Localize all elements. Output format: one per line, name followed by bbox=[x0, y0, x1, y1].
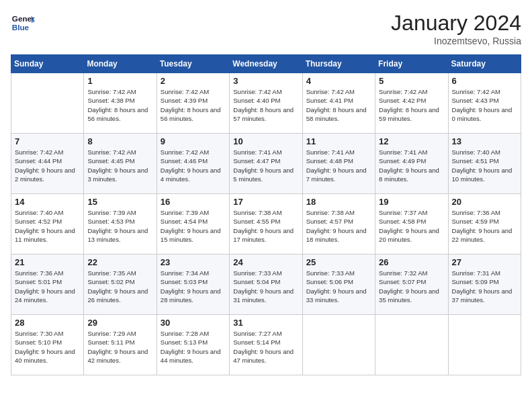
sunset-text: Sunset: 4:52 PM bbox=[15, 218, 62, 225]
day-number: 13 bbox=[452, 136, 517, 146]
sunset-text: Sunset: 4:53 PM bbox=[87, 218, 134, 225]
sunset-text: Sunset: 4:51 PM bbox=[452, 157, 499, 165]
day-cell: 13Sunrise: 7:40 AMSunset: 4:51 PMDayligh… bbox=[448, 134, 521, 194]
day-info: Sunrise: 7:35 AMSunset: 5:02 PMDaylight:… bbox=[87, 269, 152, 304]
day-cell bbox=[448, 315, 521, 375]
week-row-3: 14Sunrise: 7:40 AMSunset: 4:52 PMDayligh… bbox=[11, 194, 521, 255]
daylight-label: Daylight: 9 hours and 11 minutes. bbox=[15, 227, 75, 243]
day-cell: 24Sunrise: 7:33 AMSunset: 5:04 PMDayligh… bbox=[230, 255, 302, 315]
sunset-text: Sunset: 5:13 PM bbox=[161, 338, 208, 346]
month-title: January 2024 bbox=[391, 11, 521, 36]
day-number: 20 bbox=[452, 197, 517, 207]
sunrise-text: Sunrise: 7:42 AM bbox=[452, 88, 500, 95]
sunrise-text: Sunrise: 7:39 AM bbox=[161, 209, 209, 216]
day-number: 29 bbox=[87, 318, 152, 328]
weekday-header-sunday: Sunday bbox=[11, 55, 84, 73]
day-info: Sunrise: 7:42 AMSunset: 4:42 PMDaylight:… bbox=[379, 87, 444, 123]
weekday-header-monday: Monday bbox=[84, 55, 157, 73]
daylight-label: Daylight: 9 hours and 7 minutes. bbox=[306, 167, 367, 183]
day-info: Sunrise: 7:40 AMSunset: 4:52 PMDaylight:… bbox=[15, 208, 80, 244]
week-row-2: 7Sunrise: 7:42 AMSunset: 4:44 PMDaylight… bbox=[11, 134, 521, 194]
daylight-label: Daylight: 9 hours and 47 minutes. bbox=[233, 348, 294, 364]
day-info: Sunrise: 7:36 AMSunset: 4:59 PMDaylight:… bbox=[452, 208, 517, 244]
daylight-label: Daylight: 9 hours and 37 minutes. bbox=[452, 287, 513, 304]
day-number: 4 bbox=[306, 76, 371, 86]
day-cell: 20Sunrise: 7:36 AMSunset: 4:59 PMDayligh… bbox=[448, 194, 521, 255]
sunrise-text: Sunrise: 7:42 AM bbox=[87, 148, 136, 156]
sunrise-text: Sunrise: 7:42 AM bbox=[306, 88, 355, 95]
day-cell: 22Sunrise: 7:35 AMSunset: 5:02 PMDayligh… bbox=[84, 255, 157, 315]
day-cell: 29Sunrise: 7:29 AMSunset: 5:11 PMDayligh… bbox=[84, 315, 157, 375]
sunset-text: Sunset: 4:47 PM bbox=[233, 157, 280, 165]
daylight-label: Daylight: 9 hours and 26 minutes. bbox=[87, 287, 148, 304]
daylight-label: Daylight: 9 hours and 44 minutes. bbox=[161, 348, 221, 364]
day-info: Sunrise: 7:27 AMSunset: 5:14 PMDaylight:… bbox=[233, 329, 298, 365]
day-cell: 1Sunrise: 7:42 AMSunset: 4:38 PMDaylight… bbox=[84, 73, 157, 134]
sunrise-text: Sunrise: 7:35 AM bbox=[87, 269, 136, 277]
day-number: 15 bbox=[87, 197, 152, 207]
day-number: 19 bbox=[379, 197, 444, 207]
sunrise-text: Sunrise: 7:33 AM bbox=[306, 269, 355, 277]
day-info: Sunrise: 7:40 AMSunset: 4:51 PMDaylight:… bbox=[452, 148, 517, 183]
svg-text:Blue: Blue bbox=[12, 23, 30, 32]
day-cell: 10Sunrise: 7:41 AMSunset: 4:47 PMDayligh… bbox=[230, 134, 302, 194]
logo: General Blue bbox=[11, 11, 35, 35]
daylight-label: Daylight: 9 hours and 31 minutes. bbox=[233, 287, 294, 304]
sunset-text: Sunset: 4:42 PM bbox=[379, 97, 426, 104]
sunrise-text: Sunrise: 7:41 AM bbox=[233, 148, 281, 156]
sunset-text: Sunset: 4:58 PM bbox=[379, 218, 426, 225]
sunrise-text: Sunrise: 7:27 AM bbox=[233, 330, 281, 337]
day-number: 6 bbox=[452, 76, 517, 86]
day-cell: 31Sunrise: 7:27 AMSunset: 5:14 PMDayligh… bbox=[230, 315, 302, 375]
daylight-label: Daylight: 9 hours and 35 minutes. bbox=[379, 287, 439, 304]
day-info: Sunrise: 7:42 AMSunset: 4:39 PMDaylight:… bbox=[161, 87, 226, 123]
day-number: 23 bbox=[161, 257, 226, 267]
sunset-text: Sunset: 4:57 PM bbox=[306, 218, 353, 225]
day-cell: 17Sunrise: 7:38 AMSunset: 4:55 PMDayligh… bbox=[230, 194, 302, 255]
day-cell: 4Sunrise: 7:42 AMSunset: 4:41 PMDaylight… bbox=[302, 73, 375, 134]
day-cell: 11Sunrise: 7:41 AMSunset: 4:48 PMDayligh… bbox=[302, 134, 375, 194]
week-row-1: 1Sunrise: 7:42 AMSunset: 4:38 PMDaylight… bbox=[11, 73, 521, 134]
sunrise-text: Sunrise: 7:28 AM bbox=[161, 330, 209, 337]
day-cell: 26Sunrise: 7:32 AMSunset: 5:07 PMDayligh… bbox=[375, 255, 448, 315]
day-cell: 23Sunrise: 7:34 AMSunset: 5:03 PMDayligh… bbox=[157, 255, 229, 315]
sunset-text: Sunset: 5:06 PM bbox=[306, 278, 353, 285]
daylight-label: Daylight: 9 hours and 13 minutes. bbox=[87, 227, 148, 243]
daylight-label: Daylight: 8 hours and 58 minutes. bbox=[306, 106, 367, 122]
day-info: Sunrise: 7:39 AMSunset: 4:53 PMDaylight:… bbox=[87, 208, 152, 244]
weekday-header-saturday: Saturday bbox=[448, 55, 521, 73]
day-number: 26 bbox=[379, 257, 444, 267]
sunrise-text: Sunrise: 7:32 AM bbox=[379, 269, 427, 277]
daylight-label: Daylight: 9 hours and 15 minutes. bbox=[161, 227, 221, 243]
day-number: 17 bbox=[233, 197, 298, 207]
day-info: Sunrise: 7:32 AMSunset: 5:07 PMDaylight:… bbox=[379, 269, 444, 304]
day-info: Sunrise: 7:33 AMSunset: 5:04 PMDaylight:… bbox=[233, 269, 298, 304]
day-info: Sunrise: 7:39 AMSunset: 4:54 PMDaylight:… bbox=[161, 208, 226, 244]
day-number: 12 bbox=[379, 136, 444, 146]
day-info: Sunrise: 7:30 AMSunset: 5:10 PMDaylight:… bbox=[15, 329, 80, 365]
location: Inozemtsevo, Russia bbox=[391, 36, 521, 46]
day-info: Sunrise: 7:37 AMSunset: 4:58 PMDaylight:… bbox=[379, 208, 444, 244]
daylight-label: Daylight: 9 hours and 18 minutes. bbox=[306, 227, 367, 243]
day-cell: 21Sunrise: 7:36 AMSunset: 5:01 PMDayligh… bbox=[11, 255, 84, 315]
day-info: Sunrise: 7:31 AMSunset: 5:09 PMDaylight:… bbox=[452, 269, 517, 304]
daylight-label: Daylight: 9 hours and 5 minutes. bbox=[233, 167, 294, 183]
week-row-5: 28Sunrise: 7:30 AMSunset: 5:10 PMDayligh… bbox=[11, 315, 521, 375]
weekday-header-friday: Friday bbox=[375, 55, 448, 73]
day-info: Sunrise: 7:33 AMSunset: 5:06 PMDaylight:… bbox=[306, 269, 371, 304]
daylight-label: Daylight: 9 hours and 10 minutes. bbox=[452, 167, 513, 183]
daylight-label: Daylight: 9 hours and 4 minutes. bbox=[161, 167, 221, 183]
day-cell: 16Sunrise: 7:39 AMSunset: 4:54 PMDayligh… bbox=[157, 194, 229, 255]
sunrise-text: Sunrise: 7:42 AM bbox=[161, 88, 209, 95]
day-info: Sunrise: 7:41 AMSunset: 4:49 PMDaylight:… bbox=[379, 148, 444, 183]
weekday-header-tuesday: Tuesday bbox=[157, 55, 229, 73]
day-info: Sunrise: 7:42 AMSunset: 4:43 PMDaylight:… bbox=[452, 87, 517, 123]
day-cell: 28Sunrise: 7:30 AMSunset: 5:10 PMDayligh… bbox=[11, 315, 84, 375]
sunset-text: Sunset: 5:10 PM bbox=[15, 338, 62, 346]
page-header: General Blue January 2024 Inozemtsevo, R… bbox=[11, 11, 521, 46]
day-cell: 30Sunrise: 7:28 AMSunset: 5:13 PMDayligh… bbox=[157, 315, 229, 375]
day-number: 5 bbox=[379, 76, 444, 86]
sunrise-text: Sunrise: 7:36 AM bbox=[15, 269, 63, 277]
day-number: 18 bbox=[306, 197, 371, 207]
sunset-text: Sunset: 4:43 PM bbox=[452, 97, 499, 104]
